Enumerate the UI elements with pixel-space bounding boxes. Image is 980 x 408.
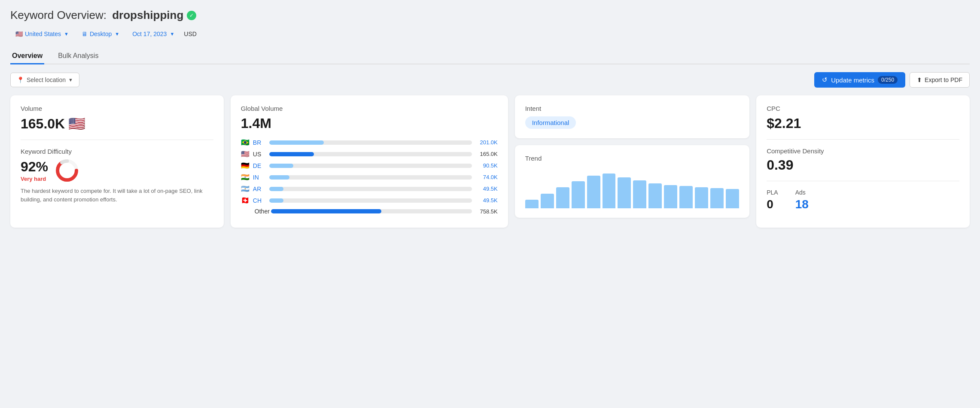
kd-donut-chart	[55, 158, 79, 183]
in-flag-icon: 🇮🇳	[241, 173, 250, 181]
toolbar: 🇺🇸 United States ▼ 🖥 Desktop ▼ Oct 17, 2…	[10, 28, 970, 40]
tab-overview[interactable]: Overview	[10, 49, 44, 64]
intent-card: Intent Informational	[515, 95, 750, 138]
trend-bar	[633, 180, 646, 208]
list-item: 🇮🇳 IN 74.0K	[241, 173, 498, 181]
us-flag-icon: 🇺🇸	[68, 116, 85, 132]
desktop-icon: 🖥	[82, 30, 88, 37]
country-value: 201.0K	[475, 139, 498, 146]
country-value: 74.0K	[475, 174, 498, 180]
us-flag-icon: 🇺🇸	[15, 30, 23, 37]
country-code: US	[253, 151, 266, 158]
chevron-down-icon: ▼	[115, 31, 119, 37]
volume-value: 165.0K 🇺🇸	[21, 116, 213, 132]
page-title: Keyword Overview: dropshipping	[10, 9, 183, 22]
filter-bar: 📍 Select location ▼ ↺ Update metrics 0/2…	[10, 72, 970, 88]
de-flag-icon: 🇩🇪	[241, 161, 250, 170]
volume-label: Volume	[21, 105, 213, 112]
trend-chart	[525, 165, 740, 208]
ads-item: Ads 18	[795, 189, 809, 211]
trend-bar	[648, 183, 662, 209]
other-label: Other	[255, 208, 268, 215]
location-pin-icon: 📍	[17, 76, 24, 83]
trend-bar	[710, 188, 724, 208]
ads-value: 18	[795, 198, 809, 211]
update-metrics-button[interactable]: ↺ Update metrics 0/250	[814, 72, 905, 88]
trend-bar	[664, 185, 677, 208]
competitive-density-label: Competitive Density	[767, 147, 959, 155]
list-item: 🇧🇷 BR 201.0K	[241, 138, 498, 146]
trend-bar	[541, 194, 554, 208]
global-volume-card: Global Volume 1.4M 🇧🇷 BR 201.0K 🇺🇸 US 16…	[231, 95, 508, 228]
trend-bar	[726, 189, 739, 208]
global-volume-value: 1.4M	[241, 116, 498, 131]
volume-kd-card: Volume 165.0K 🇺🇸 Keyword Difficulty 92% …	[10, 95, 224, 228]
trend-bar	[572, 181, 585, 208]
refresh-icon: ↺	[822, 76, 828, 84]
pla-value: 0	[767, 198, 778, 211]
cpc-card: CPC $2.21 Competitive Density 0.39 PLA 0…	[756, 95, 970, 228]
chevron-down-icon: ▼	[170, 31, 174, 37]
ch-flag-icon: 🇨🇭	[241, 196, 250, 204]
pla-label: PLA	[767, 189, 778, 196]
cpc-label: CPC	[767, 105, 959, 112]
keyword-label: dropshipping	[112, 9, 183, 21]
location-selector[interactable]: 🇺🇸 United States ▼	[10, 28, 74, 40]
intent-label: Intent	[525, 105, 740, 112]
country-code: AR	[253, 186, 266, 192]
tabs-bar: Overview Bulk Analysis	[10, 49, 970, 64]
ar-flag-icon: 🇦🇷	[241, 185, 250, 193]
device-selector[interactable]: 🖥 Desktop ▼	[76, 28, 125, 40]
tab-bulk-analysis[interactable]: Bulk Analysis	[56, 49, 100, 64]
trend-bar	[603, 174, 616, 208]
trend-card: Trend	[515, 145, 750, 218]
verified-icon: ✓	[187, 11, 196, 20]
date-selector[interactable]: Oct 17, 2023 ▼	[127, 28, 180, 40]
country-code: BR	[253, 139, 266, 146]
chevron-down-icon: ▼	[64, 31, 69, 37]
trend-bar	[618, 177, 631, 208]
cards-grid: Volume 165.0K 🇺🇸 Keyword Difficulty 92% …	[10, 95, 970, 228]
other-value: 758.5K	[475, 208, 498, 215]
select-location-btn[interactable]: 📍 Select location ▼	[10, 73, 79, 87]
pla-ads-row: PLA 0 Ads 18	[767, 189, 959, 211]
trend-bar	[587, 176, 600, 209]
list-item: 🇺🇸 US 165.0K	[241, 150, 498, 158]
kd-label: Keyword Difficulty	[21, 148, 213, 155]
country-value: 49.5K	[475, 197, 498, 204]
trend-bar	[679, 186, 693, 208]
trend-bar	[695, 187, 708, 209]
export-pdf-button[interactable]: ⬆ Export to PDF	[910, 72, 970, 88]
competitive-density-value: 0.39	[767, 157, 959, 173]
chevron-down-icon: ▼	[68, 77, 73, 82]
list-item: 🇨🇭 CH 49.5K	[241, 196, 498, 204]
filter-actions: ↺ Update metrics 0/250 ⬆ Export to PDF	[814, 72, 970, 88]
cpc-value: $2.21	[767, 116, 959, 131]
country-value: 165.0K	[475, 151, 498, 157]
kd-value: 92%	[21, 159, 48, 175]
trend-label: Trend	[525, 155, 740, 162]
ads-label: Ads	[795, 189, 809, 196]
kd-description: The hardest keyword to compete for. It w…	[21, 187, 213, 204]
trend-bar	[556, 187, 569, 209]
br-flag-icon: 🇧🇷	[241, 138, 250, 146]
country-value: 49.5K	[475, 186, 498, 192]
country-code: IN	[253, 174, 266, 181]
country-code: DE	[253, 162, 266, 169]
global-volume-label: Global Volume	[241, 105, 498, 112]
intent-badge: Informational	[525, 116, 576, 129]
upload-icon: ⬆	[917, 76, 922, 83]
update-badge: 0/250	[878, 76, 898, 84]
pla-item: PLA 0	[767, 189, 778, 211]
currency-label: USD	[184, 30, 197, 37]
list-item: Other 758.5K	[241, 208, 498, 215]
kd-sublabel: Very hard	[21, 176, 48, 182]
country-value: 90.5K	[475, 162, 498, 169]
list-item: 🇦🇷 AR 49.5K	[241, 185, 498, 193]
trend-bar	[525, 200, 539, 208]
list-item: 🇩🇪 DE 90.5K	[241, 161, 498, 170]
us-flag-icon: 🇺🇸	[241, 150, 250, 158]
kd-row: 92% Very hard	[21, 158, 213, 183]
country-code: CH	[253, 197, 266, 204]
